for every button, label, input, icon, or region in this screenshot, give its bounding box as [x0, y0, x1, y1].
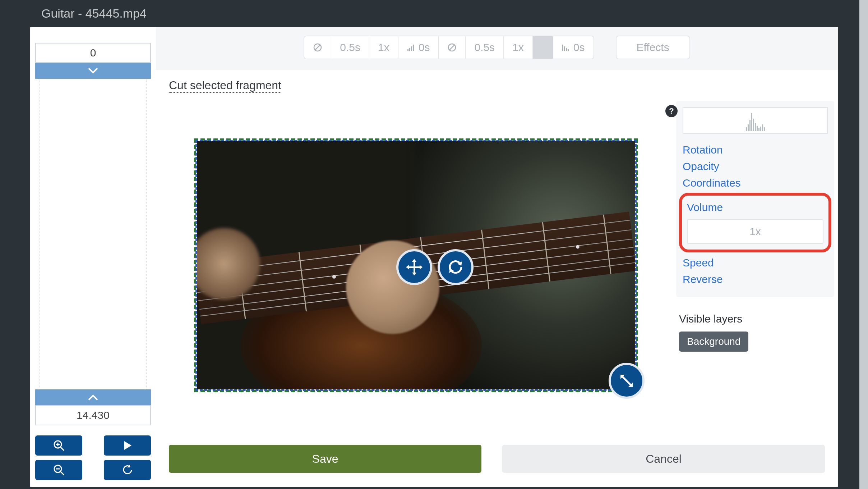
zoom-out-button[interactable]: [35, 460, 82, 480]
svg-line-8: [315, 45, 320, 50]
transition-out-duration[interactable]: 0.5s: [466, 36, 504, 59]
save-button[interactable]: Save: [169, 445, 481, 473]
rotation-link[interactable]: Rotation: [683, 142, 828, 158]
start-time-input[interactable]: 0: [35, 43, 151, 63]
fade-in-duration: 0s: [419, 41, 430, 54]
svg-rect-17: [566, 48, 567, 51]
reload-button[interactable]: [104, 460, 151, 480]
range-bottom-handle[interactable]: [35, 389, 151, 405]
svg-line-1: [61, 447, 64, 451]
coordinates-link[interactable]: Coordinates: [683, 175, 828, 191]
no-transition-in[interactable]: [304, 36, 331, 59]
visible-layers-label: Visible layers: [679, 313, 834, 325]
fade-out-duration: 0s: [573, 41, 585, 54]
cut-fragment-link[interactable]: Cut selected fragment: [169, 79, 281, 93]
properties-panel: ? Rotation Opacity Coordinates: [676, 93, 838, 438]
play-button[interactable]: [104, 435, 151, 456]
volume-input[interactable]: 1x: [687, 219, 823, 244]
transition-in-speed[interactable]: 1x: [369, 36, 398, 59]
opacity-link[interactable]: Opacity: [683, 158, 828, 175]
svg-line-14: [449, 45, 454, 50]
ban-icon: [313, 43, 322, 52]
editor-panel: 0 14.430: [30, 27, 838, 487]
effects-toolbar: 0.5s 1x 0s 0.5s 1x: [156, 27, 838, 70]
video-preview[interactable]: [197, 141, 635, 389]
end-time-input[interactable]: 14.430: [35, 405, 151, 425]
svg-rect-12: [413, 45, 414, 51]
waveform-icon: [746, 113, 765, 131]
fade-in-cell[interactable]: 0s: [398, 36, 439, 59]
volume-link[interactable]: Volume: [687, 199, 823, 216]
svg-rect-10: [409, 48, 410, 51]
move-overlay-button[interactable]: [396, 249, 432, 285]
speed-link[interactable]: Speed: [683, 255, 828, 271]
layer-chip-background[interactable]: Background: [679, 332, 748, 352]
svg-line-5: [61, 472, 64, 475]
zoom-in-button[interactable]: [35, 435, 82, 456]
svg-rect-9: [407, 49, 408, 51]
no-transition-out[interactable]: [439, 36, 466, 59]
svg-rect-15: [562, 45, 563, 51]
resize-handle[interactable]: [609, 363, 645, 399]
svg-rect-11: [411, 46, 412, 51]
play-icon: [122, 440, 133, 451]
signal-asc-icon: [407, 44, 415, 51]
effects-button[interactable]: Effects: [616, 36, 690, 59]
resize-icon: [618, 372, 636, 390]
transition-selected[interactable]: [533, 36, 553, 59]
ban-icon: [447, 43, 457, 52]
reverse-link[interactable]: Reverse: [683, 271, 828, 288]
reload-icon: [121, 464, 134, 476]
move-icon: [405, 257, 424, 277]
refresh-icon: [446, 258, 465, 277]
timeline-track[interactable]: [35, 79, 151, 389]
cancel-button[interactable]: Cancel: [502, 445, 825, 473]
zoom-out-icon: [52, 463, 65, 476]
scrollbar[interactable]: [859, 0, 868, 489]
svg-rect-16: [564, 46, 565, 51]
svg-rect-18: [568, 49, 569, 51]
caret-down-icon: [88, 68, 98, 74]
zoom-in-icon: [52, 439, 65, 452]
range-top-handle[interactable]: [35, 63, 151, 79]
waveform-preview[interactable]: [683, 107, 828, 134]
transition-segmented: 0.5s 1x 0s 0.5s 1x: [304, 36, 594, 59]
reset-overlay-button[interactable]: [438, 249, 474, 285]
window-title: Guitar - 45445.mp4: [0, 0, 868, 27]
transition-in-duration[interactable]: 0.5s: [331, 36, 369, 59]
fade-out-cell[interactable]: 0s: [553, 36, 594, 59]
caret-up-icon: [88, 394, 98, 401]
volume-group-highlight: Volume 1x: [679, 193, 831, 252]
signal-desc-icon: [562, 44, 570, 51]
timeline-column: 0 14.430: [30, 27, 156, 487]
transition-out-speed[interactable]: 1x: [504, 36, 533, 59]
help-icon[interactable]: ?: [665, 105, 678, 117]
